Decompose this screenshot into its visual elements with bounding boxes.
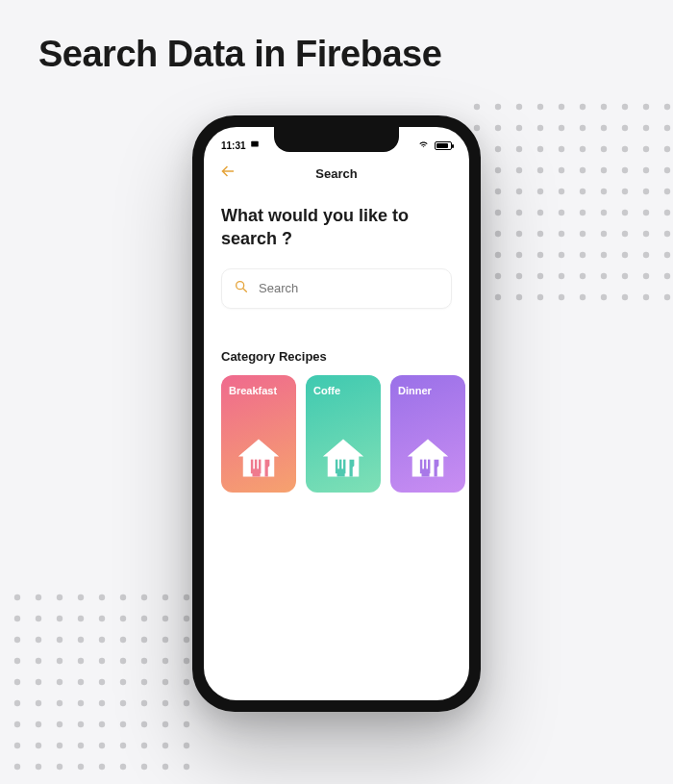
svg-point-53	[537, 210, 543, 215]
category-card-coffe[interactable]: Coffe	[306, 375, 381, 493]
svg-point-78	[643, 252, 649, 258]
svg-point-138	[162, 658, 168, 664]
svg-point-68	[643, 231, 649, 237]
svg-point-183	[57, 764, 62, 770]
svg-point-112	[36, 616, 41, 621]
decorative-dots	[0, 592, 202, 784]
svg-point-18	[643, 125, 649, 131]
svg-point-111	[14, 616, 20, 621]
svg-point-8	[643, 104, 649, 110]
svg-point-39	[664, 167, 670, 173]
svg-point-7	[622, 104, 628, 110]
svg-point-97	[622, 294, 628, 300]
search-prompt: What would you like to search ?	[221, 204, 452, 251]
svg-point-17	[622, 125, 628, 131]
svg-point-172	[36, 743, 41, 748]
svg-point-163	[57, 721, 62, 727]
svg-point-59	[664, 210, 670, 215]
screen-title: Search	[315, 166, 357, 181]
message-icon	[250, 139, 260, 151]
svg-point-47	[622, 189, 628, 194]
svg-point-151	[14, 700, 20, 706]
search-box[interactable]	[221, 268, 452, 309]
svg-point-154	[78, 700, 84, 706]
svg-point-31	[495, 167, 501, 173]
svg-point-108	[162, 594, 168, 600]
svg-point-3	[537, 104, 543, 110]
svg-point-113	[57, 616, 62, 621]
svg-point-28	[643, 146, 649, 152]
svg-point-29	[664, 146, 670, 152]
svg-point-1	[495, 104, 501, 110]
svg-point-125	[99, 637, 105, 643]
svg-point-71	[495, 252, 501, 258]
svg-point-146	[120, 679, 126, 685]
svg-point-4	[559, 104, 564, 110]
svg-point-168	[162, 721, 168, 727]
svg-point-178	[162, 743, 168, 748]
svg-point-184	[78, 764, 84, 770]
svg-point-126	[120, 637, 126, 643]
svg-point-101	[14, 594, 20, 600]
svg-point-23	[537, 146, 543, 152]
svg-point-32	[516, 167, 522, 173]
svg-point-105	[99, 594, 105, 600]
svg-point-133	[57, 658, 62, 664]
svg-point-34	[559, 167, 564, 173]
category-card-breakfast[interactable]: Breakfast	[221, 375, 296, 493]
svg-point-161	[14, 721, 20, 727]
svg-point-76	[601, 252, 607, 258]
category-card-dinner[interactable]: Dinner	[390, 375, 465, 493]
svg-point-13	[537, 125, 543, 131]
svg-point-147	[141, 679, 147, 685]
svg-point-38	[643, 167, 649, 173]
svg-point-25	[580, 146, 586, 152]
back-icon[interactable]	[219, 163, 237, 185]
svg-point-91	[495, 294, 501, 300]
svg-point-149	[184, 679, 189, 685]
svg-point-155	[99, 700, 105, 706]
svg-point-24	[559, 146, 564, 152]
svg-point-158	[162, 700, 168, 706]
svg-point-131	[14, 658, 20, 664]
svg-point-2	[516, 104, 522, 110]
svg-point-61	[495, 231, 501, 237]
svg-point-81	[495, 273, 501, 279]
svg-point-143	[57, 679, 62, 685]
svg-point-109	[184, 594, 189, 600]
svg-point-41	[495, 189, 501, 194]
svg-point-179	[184, 743, 189, 748]
svg-point-153	[57, 700, 62, 706]
svg-point-6	[601, 104, 607, 110]
svg-point-67	[622, 231, 628, 237]
search-input[interactable]	[259, 281, 439, 295]
svg-point-175	[99, 743, 105, 748]
svg-point-21	[495, 146, 501, 152]
svg-point-74	[559, 252, 564, 258]
svg-point-26	[601, 146, 607, 152]
svg-point-122	[36, 637, 41, 643]
svg-point-181	[14, 764, 20, 770]
house-fork-knife-icon	[234, 433, 284, 485]
svg-rect-206	[253, 468, 261, 476]
svg-point-123	[57, 637, 62, 643]
svg-point-48	[643, 189, 649, 194]
svg-point-177	[141, 743, 147, 748]
svg-point-171	[14, 743, 20, 748]
svg-point-95	[580, 294, 586, 300]
svg-point-118	[162, 616, 168, 621]
svg-point-52	[516, 210, 522, 215]
svg-point-165	[99, 721, 105, 727]
svg-point-9	[664, 104, 670, 110]
svg-point-12	[516, 125, 522, 131]
svg-point-35	[580, 167, 586, 173]
category-label: Dinner	[398, 385, 432, 396]
svg-point-182	[36, 764, 41, 770]
svg-point-119	[184, 616, 189, 621]
svg-point-37	[622, 167, 628, 173]
svg-point-87	[622, 273, 628, 279]
svg-point-45	[580, 189, 586, 194]
svg-point-134	[78, 658, 84, 664]
category-cards[interactable]: Breakfast Coffe Dinner	[221, 375, 452, 493]
svg-point-169	[184, 721, 189, 727]
